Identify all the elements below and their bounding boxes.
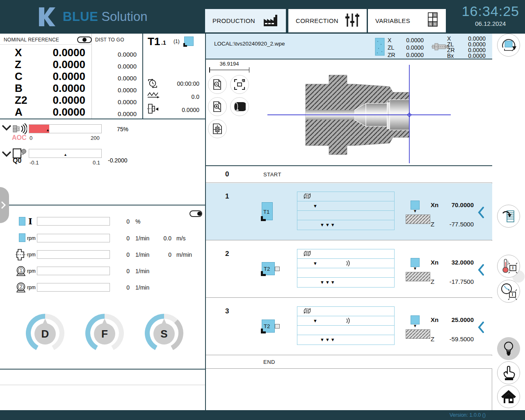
- light-button[interactable]: [497, 337, 520, 360]
- spindle3-unit: 1/min: [135, 251, 149, 258]
- table-row: [297, 326, 394, 335]
- dtg-value: 0.0000: [94, 48, 137, 60]
- xn-label: Xn: [431, 259, 438, 266]
- jump-into-program-button[interactable]: [497, 205, 520, 228]
- approach-arrow-icon: ▼: [413, 324, 417, 328]
- z-value: -59.5000: [450, 336, 474, 342]
- home-button[interactable]: [497, 385, 520, 408]
- step-row-1[interactable]: 1 T1 ▼ ▼▼▼: [206, 183, 492, 240]
- down-arrow-icon: ▼: [313, 203, 317, 208]
- spindle3-input[interactable]: [37, 250, 110, 259]
- center-view-button[interactable]: [208, 119, 227, 138]
- aoc-slider[interactable]: ▲: [29, 124, 102, 133]
- tool-comp-value: 0.0000: [167, 107, 199, 113]
- step-row-start[interactable]: 0 START: [206, 166, 492, 183]
- manual-mode-button[interactable]: [497, 361, 520, 384]
- table-row: ▼▼▼: [297, 278, 394, 287]
- z-label: Z: [431, 336, 434, 342]
- tool-index: .1: [161, 39, 166, 46]
- step-detail-table: ▼ ▼▼▼: [297, 192, 395, 230]
- dtg-value: 0.0000: [94, 84, 137, 96]
- spindle4-input[interactable]: [37, 267, 110, 275]
- spindle1-icon: [19, 217, 25, 226]
- step-row-3[interactable]: 3 T2 ▼: [206, 298, 492, 355]
- rotate-workpiece-button[interactable]: [497, 34, 520, 57]
- step-expand-chevron[interactable]: [477, 207, 485, 218]
- nominal-actual-toggle[interactable]: [77, 37, 92, 43]
- table-row: [297, 249, 394, 259]
- axis-value: 0.0000: [25, 94, 85, 107]
- xn-value: 70.0000: [452, 201, 474, 208]
- table-row: [297, 211, 394, 220]
- down-arrow-icon: ▼: [313, 318, 317, 323]
- part-drawing: [206, 59, 492, 165]
- step-number: 2: [225, 250, 229, 258]
- zoom-out-button[interactable]: [208, 75, 227, 94]
- cylinder-view-button[interactable]: [230, 97, 249, 116]
- svg-text:D: D: [41, 328, 49, 340]
- q0-slider-marker[interactable]: ▲: [64, 153, 67, 157]
- spindle4-value: 0: [114, 268, 130, 274]
- z-value: -77.5000: [450, 221, 474, 228]
- table-row: ▼▼▼: [297, 335, 394, 345]
- spindle1-input[interactable]: [37, 217, 110, 226]
- zoom-in-button[interactable]: [208, 97, 227, 116]
- spindle2-input[interactable]: [37, 234, 110, 242]
- flyout-handle[interactable]: [0, 187, 9, 223]
- position-panel: NOMINAL REFERENCE DIST TO GO X0.0000 Z0.…: [0, 34, 205, 119]
- surface-hatch-icon: [406, 329, 430, 339]
- offset-value: 0.0000: [398, 44, 424, 52]
- motor2-icon: 2: [16, 282, 26, 294]
- spindle3-value: 0: [114, 251, 130, 258]
- offset-label: X: [447, 35, 459, 41]
- time-display: 16:34:25: [462, 3, 519, 19]
- tab-correction[interactable]: CORRECTION: [288, 9, 367, 32]
- home-icon: [501, 390, 516, 404]
- offset-value: 0.0000: [459, 41, 486, 47]
- top-bar: BLUE Solution PRODUCTION CORRECTION V: [0, 0, 525, 34]
- spindle2-value: 0: [114, 235, 130, 242]
- tab-variables[interactable]: VARIABLES 111: [368, 9, 446, 32]
- chevron-down-icon[interactable]: [2, 124, 11, 132]
- chevron-down-icon[interactable]: [2, 151, 11, 159]
- active-tool-panel: T1 .1 (1) 00:00:00 0.0: [142, 34, 205, 119]
- version-label: Version: 1.0.0 (): [418, 412, 517, 418]
- step-row-end[interactable]: END: [206, 356, 492, 369]
- time-compensation-button[interactable]: I: [497, 280, 520, 303]
- motor1-icon: 1: [16, 266, 26, 278]
- tab-production[interactable]: PRODUCTION: [205, 9, 286, 32]
- offset-label: ZL: [447, 41, 459, 47]
- tool-t1-icon: T1: [262, 202, 273, 220]
- q0-slider[interactable]: ▲: [29, 149, 102, 158]
- offset-label: ZR: [447, 47, 459, 52]
- tool-icon: [184, 37, 194, 46]
- program-file-path: LOCAL:\tvs20240920_2.wpe: [214, 41, 285, 47]
- z-label: Z: [431, 221, 434, 228]
- gauge-d: D: [25, 313, 65, 353]
- dtg-values: 0.0000 0.0000 0.0000 0.0000 0.0000 0.000…: [94, 48, 137, 120]
- spindle4-unit: 1/min: [135, 268, 149, 274]
- xn-value: 32.0000: [452, 259, 474, 266]
- svg-text:F: F: [101, 328, 108, 340]
- table-row: ▼: [297, 201, 394, 211]
- offset-value: 0.0000: [459, 47, 486, 52]
- rotate-tool-icon: [303, 192, 311, 201]
- spindle1-label: I: [28, 216, 32, 226]
- fit-view-button[interactable]: [230, 75, 249, 94]
- spindle-toggle[interactable]: [189, 210, 202, 217]
- variables-grid-icon: 111: [428, 12, 438, 30]
- thermal-compensation-button[interactable]: I: [497, 255, 520, 278]
- program-panel: LOCAL:\tvs20240920_2.wpe X0.0000 ZL0.000…: [205, 34, 492, 410]
- step-expand-chevron[interactable]: [477, 264, 485, 276]
- spindle5-input[interactable]: [37, 283, 110, 292]
- aoc-value: 75%: [117, 126, 128, 132]
- step-expand-chevron[interactable]: [477, 322, 485, 333]
- program-header: LOCAL:\tvs20240920_2.wpe X0.0000 ZL0.000…: [206, 34, 492, 59]
- step-row-2[interactable]: 2 T2 ▼: [206, 241, 492, 298]
- dtg-value: 0.0000: [94, 108, 137, 120]
- svg-text:S: S: [160, 328, 167, 340]
- axis-value: 0.0000: [25, 70, 85, 83]
- clock: 16:34:25 06.12.2024: [462, 3, 519, 27]
- aoc-slider-marker[interactable]: ▲: [46, 128, 50, 132]
- sound-wave-icon: [345, 317, 351, 324]
